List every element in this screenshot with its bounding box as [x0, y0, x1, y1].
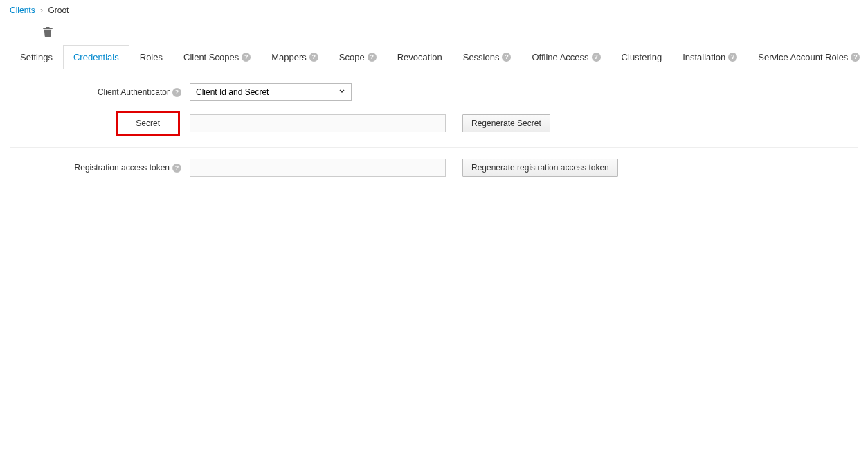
help-icon[interactable]: ?	[502, 53, 511, 62]
client-authenticator-select[interactable]: Client Id and Secret	[190, 83, 352, 101]
help-icon[interactable]: ?	[172, 164, 181, 173]
client-authenticator-label: Client Authenticator ?	[10, 87, 190, 97]
registration-token-label-text: Registration access token	[75, 163, 170, 173]
secret-row: Secret Regenerate Secret	[10, 111, 858, 136]
tab-scope[interactable]: Scope?	[329, 45, 387, 69]
help-icon[interactable]: ?	[368, 53, 377, 62]
secret-field-col: Regenerate Secret	[190, 114, 550, 132]
tab-label: Installation	[682, 52, 725, 62]
divider	[10, 147, 858, 148]
secret-label: Secret	[116, 111, 180, 136]
tab-label: Sessions	[463, 52, 500, 62]
tab-installation[interactable]: Installation?	[672, 45, 748, 69]
content: Client Authenticator ? Client Id and Sec…	[0, 69, 868, 200]
help-icon[interactable]: ?	[851, 53, 860, 62]
tab-label: Mappers	[271, 52, 307, 62]
breadcrumb-parent-link[interactable]: Clients	[10, 6, 35, 15]
client-authenticator-row: Client Authenticator ? Client Id and Sec…	[10, 83, 858, 101]
registration-token-field: Regenerate registration access token	[190, 159, 618, 177]
help-icon[interactable]: ?	[728, 53, 737, 62]
regenerate-secret-button[interactable]: Regenerate Secret	[462, 114, 550, 132]
tab-roles[interactable]: Roles	[129, 45, 173, 69]
tab-clustering[interactable]: Clustering	[611, 45, 673, 69]
tab-label: Roles	[140, 52, 163, 62]
tab-label: Scope	[339, 52, 365, 62]
tab-label: Client Scopes	[183, 52, 239, 62]
tab-label: Clustering	[622, 52, 662, 62]
breadcrumb-separator: ›	[40, 6, 43, 15]
tab-label: Service Account Roles	[758, 52, 848, 62]
breadcrumb: Clients › Groot	[0, 0, 868, 21]
secret-input[interactable]	[190, 114, 446, 132]
help-icon[interactable]: ?	[592, 53, 601, 62]
tab-service-account-roles[interactable]: Service Account Roles?	[748, 45, 868, 69]
tabs: SettingsCredentialsRolesClient Scopes?Ma…	[0, 45, 868, 69]
secret-label-col: Secret	[10, 111, 190, 136]
help-icon[interactable]: ?	[172, 88, 181, 97]
tab-label: Settings	[20, 52, 53, 62]
tab-revocation[interactable]: Revocation	[387, 45, 453, 69]
tab-label: Credentials	[73, 52, 119, 62]
help-icon[interactable]: ?	[242, 53, 251, 62]
tab-label: Offline Access	[532, 52, 588, 62]
tab-mappers[interactable]: Mappers?	[261, 45, 329, 69]
toolbar	[0, 21, 868, 41]
tab-client-scopes[interactable]: Client Scopes?	[173, 45, 261, 69]
delete-button[interactable]	[42, 29, 54, 39]
help-icon[interactable]: ?	[309, 53, 318, 62]
tab-offline-access[interactable]: Offline Access?	[521, 45, 611, 69]
client-authenticator-select-wrap: Client Id and Secret	[190, 83, 352, 101]
tab-label: Revocation	[397, 52, 442, 62]
tab-credentials[interactable]: Credentials	[63, 45, 129, 69]
registration-token-input[interactable]	[190, 159, 446, 177]
tab-sessions[interactable]: Sessions?	[453, 45, 522, 69]
regenerate-registration-token-button[interactable]: Regenerate registration access token	[462, 159, 618, 177]
breadcrumb-current: Groot	[48, 6, 69, 15]
trash-icon	[42, 25, 54, 37]
tab-settings[interactable]: Settings	[10, 45, 63, 69]
registration-token-row: Registration access token ? Regenerate r…	[10, 159, 858, 177]
client-authenticator-label-text: Client Authenticator	[98, 87, 170, 97]
registration-token-label: Registration access token ?	[10, 163, 190, 173]
client-authenticator-field: Client Id and Secret	[190, 83, 352, 101]
